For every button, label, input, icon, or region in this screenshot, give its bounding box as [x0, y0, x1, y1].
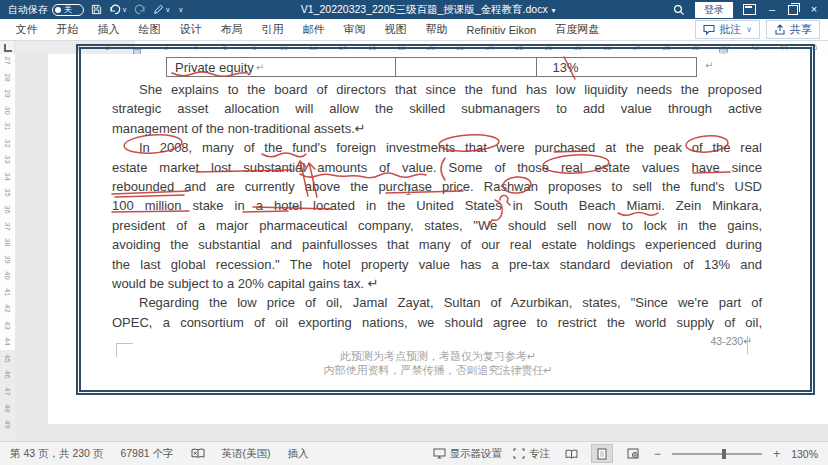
zoom-level[interactable]: 130%	[791, 448, 818, 460]
ruler-number: 42	[3, 305, 12, 313]
ruler-number: 41	[3, 288, 12, 296]
ruler-number: 40	[721, 43, 729, 52]
text-line[interactable]: She explains to the board of directors t…	[112, 80, 762, 99]
display-settings-button[interactable]: 显示器设置	[433, 447, 503, 461]
redo-button[interactable]	[134, 4, 146, 15]
minimize-button[interactable]: –	[766, 4, 778, 15]
ruler-number: 44	[780, 43, 788, 52]
text-line[interactable]: OPEC, a consortium of oil exporting nati…	[112, 313, 762, 332]
ruler-number: 34	[3, 172, 12, 180]
save-button[interactable]	[91, 4, 102, 15]
ribbon-tab[interactable]: 开始	[47, 22, 88, 37]
ribbon-tab[interactable]: 引用	[252, 22, 293, 37]
text-line[interactable]: management of the non-traditional assets…	[112, 119, 762, 138]
web-layout-view-button[interactable]	[623, 445, 643, 462]
autosave-toggle[interactable]: 自动保存 关	[8, 3, 84, 17]
text-line[interactable]: would be subject to a 20% capital gains …	[112, 274, 762, 293]
ruler-number: 20	[427, 43, 435, 52]
pen-dropdown-chevron-icon[interactable]: ∨	[165, 6, 170, 14]
ruler-corner[interactable]	[0, 41, 15, 54]
ribbon-tab[interactable]: Refinitiv Eikon	[457, 24, 546, 36]
ribbon-tab[interactable]: 文件	[6, 22, 47, 37]
toggle-knob-icon	[55, 7, 61, 13]
zoom-in-button[interactable]: +	[773, 448, 780, 460]
table-cell-empty[interactable]	[396, 58, 536, 76]
title-dropdown-chevron-icon[interactable]: ▾	[552, 6, 556, 15]
text-line[interactable]: strategic asset allocation will allow th…	[112, 99, 762, 118]
insert-mode-indicator[interactable]: 插入	[288, 447, 309, 461]
focus-mode-label: 专注	[529, 447, 550, 461]
table-cell-13-percent[interactable]: 13%	[537, 58, 696, 76]
document-area: 2728293031323334353637383940414243444546…	[0, 54, 828, 441]
ruler-number: 46	[809, 43, 817, 52]
save-icon	[91, 4, 102, 15]
focus-mode-button[interactable]: 专注	[513, 447, 550, 461]
zoom-slider[interactable]	[672, 453, 762, 455]
table-cell-text: 13%	[553, 60, 579, 75]
vertical-ruler[interactable]: 2728293031323334353637383940414243444546…	[0, 54, 15, 441]
ruler-number: 34	[633, 43, 641, 52]
margin-crop-mark-left	[116, 343, 133, 357]
ruler-number: 18	[397, 43, 405, 52]
footer-watermark-line1: 此预测为考点预测，考题仅为复习参考↵	[48, 349, 828, 364]
ribbon-tab[interactable]: 设计	[170, 22, 211, 37]
undo-dropdown-chevron-icon[interactable]: ∨	[122, 6, 127, 14]
share-button[interactable]: 共享	[766, 20, 820, 39]
autosave-label: 自动保存	[8, 3, 48, 17]
draw-ink-button[interactable]: ∨	[153, 4, 170, 15]
ruler-number: 22	[456, 43, 464, 52]
read-mode-icon	[565, 449, 578, 459]
text-line[interactable]: avoiding the substantial and painfulloss…	[112, 235, 762, 254]
ribbon-tab[interactable]: 审阅	[334, 22, 375, 37]
status-bar: 第 43 页，共 230 页 67981 个字 英语(美国) 插入 显示器设置 …	[0, 441, 828, 465]
ruler-number: 38	[691, 43, 699, 52]
table-cell-private-equity[interactable]: Private equity ↵	[167, 58, 396, 76]
search-button[interactable]	[673, 4, 685, 16]
ruler-number: 4	[76, 43, 80, 52]
quick-access-toolbar: 自动保存 关 ∨ ∨ ∨	[0, 3, 183, 17]
text-line[interactable]: 100 million stake in a hotel located in …	[112, 196, 762, 215]
text-line[interactable]: In 2008, many of the fund's foreign inve…	[112, 138, 762, 157]
undo-button[interactable]: ∨	[109, 4, 127, 15]
ribbon-tab[interactable]: 插入	[88, 22, 129, 37]
text-line[interactable]: rebounded and are currently above the pu…	[112, 177, 762, 196]
restore-window-button[interactable]	[788, 5, 798, 15]
horizontal-ruler[interactable]: 4224681012141618202224262830323436384042…	[15, 41, 828, 54]
print-layout-view-button[interactable]	[592, 445, 612, 462]
zoom-slider-thumb[interactable]	[722, 449, 726, 459]
ruler-number: 29	[3, 89, 12, 97]
ribbon-tab[interactable]: 视图	[375, 22, 416, 37]
language-indicator[interactable]: 英语(美国)	[222, 447, 271, 461]
page-indicator[interactable]: 第 43 页，共 230 页	[10, 447, 103, 461]
close-button[interactable]: ×	[808, 4, 820, 15]
ruler-number: 36	[3, 205, 12, 213]
signin-button[interactable]: 登录	[695, 2, 733, 18]
text-line[interactable]: Regarding the low price of oil, Jamal Za…	[112, 293, 762, 312]
comments-button[interactable]: 批注 ∨	[695, 20, 760, 39]
text-line[interactable]: president of a major pharmaceutical comp…	[112, 216, 762, 235]
document-table-row[interactable]: Private equity ↵ 13%	[166, 57, 697, 77]
ribbon-tab[interactable]: 帮助	[416, 22, 457, 37]
document-page[interactable]: Private equity ↵ 13% ↵ She explains to t…	[48, 54, 828, 424]
ribbon-tab[interactable]: 绘图	[129, 22, 170, 37]
autosave-switch[interactable]: 关	[52, 4, 84, 16]
ruler-number: 44	[3, 338, 12, 346]
zoom-out-button[interactable]: −	[654, 448, 661, 460]
text-line[interactable]: estate market lost substantial amounts o…	[112, 158, 762, 177]
ruler-number: 43	[3, 321, 12, 329]
comment-bubble-icon	[703, 24, 715, 35]
proofing-status-button[interactable]	[191, 448, 205, 459]
ribbon-tab[interactable]: 布局	[211, 22, 252, 37]
window-controls: 登录 – ×	[673, 2, 828, 18]
ribbon-tab[interactable]: 百度网盘	[546, 22, 609, 37]
ribbon-display-options-icon[interactable]	[743, 4, 756, 15]
word-count[interactable]: 67981 个字	[120, 447, 173, 461]
table-cell-text: Private equity	[175, 60, 254, 75]
text-line[interactable]: the last global recession." The hotel pr…	[112, 255, 762, 274]
ribbon-tab[interactable]: 邮件	[293, 22, 334, 37]
customize-qat-button[interactable]: ∨	[177, 6, 183, 14]
tab-stop-selector-icon[interactable]	[4, 44, 12, 52]
print-layout-icon	[597, 448, 607, 460]
document-title-text: V1_20220323_2205三级百题_授课版_金程教育.docx	[301, 3, 548, 15]
read-mode-view-button[interactable]	[561, 445, 581, 462]
